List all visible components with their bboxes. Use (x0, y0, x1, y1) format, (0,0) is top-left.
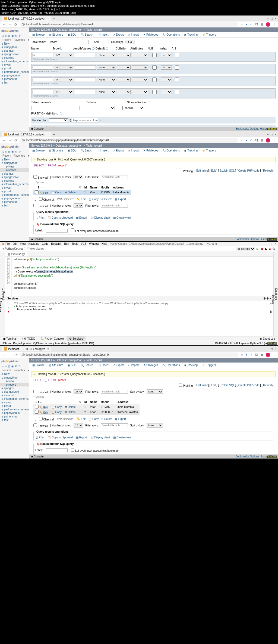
col-collation-select[interactable] (117, 65, 131, 70)
maximize-icon[interactable]: □ (271, 133, 273, 136)
bookmark-public-check[interactable]: Let every user access this bookmark (71, 228, 119, 233)
menu-refactor[interactable]: Refactor (51, 242, 61, 245)
pick-central-link[interactable]: Pick from Central Columns (33, 70, 274, 73)
tree-information-schema[interactable]: ⊕ information_schema (0, 60, 29, 63)
tree-pythoncrud[interactable]: ⊕ pythoncrud (0, 77, 29, 81)
minimize-icon[interactable]: − (267, 17, 269, 20)
tab-privileges[interactable]: ⚑ Privileges (141, 32, 160, 37)
show-all-check[interactable]: Show all (33, 175, 48, 179)
star-icon[interactable]: ☆ (241, 23, 243, 26)
view-link[interactable]: ▦ Create view (113, 216, 131, 219)
tree-phpmyadmin[interactable]: ⊕ phpmyadmin (0, 197, 29, 200)
menu-icon[interactable]: ⋮ (273, 23, 276, 26)
add-count-input[interactable] (101, 40, 109, 44)
tree-information-schema[interactable]: ⊕ information_schema (0, 182, 29, 186)
export-link[interactable]: ▦ Export (76, 216, 87, 219)
tree-djangos[interactable]: ⊕ djangos (0, 172, 29, 175)
ext2-icon[interactable]: ✓ (250, 23, 252, 26)
filter-input[interactable] (101, 175, 128, 179)
new-tab-icon[interactable]: + (53, 348, 55, 351)
maximize-icon[interactable]: □ (271, 348, 273, 351)
options-link[interactable]: + Options (31, 180, 276, 184)
table-comments-input[interactable] (31, 106, 72, 110)
tab-tracking[interactable]: ◉ Tracking (182, 148, 200, 153)
bulk-delete[interactable]: ⊖ Delete (101, 198, 112, 201)
explain-link[interactable]: Explain SQL (220, 169, 235, 172)
database-tab[interactable]: Database (275, 253, 278, 335)
col-name-input[interactable] (33, 65, 53, 70)
forward-icon[interactable]: → (8, 22, 12, 27)
sql-icon[interactable]: ▤ (8, 150, 10, 153)
partition-by-select[interactable] (49, 118, 68, 122)
back-icon[interactable]: ← (2, 353, 6, 357)
run-config-select[interactable]: ▤ exercise (236, 247, 255, 251)
row-check[interactable] (35, 190, 39, 194)
docs-icon[interactable]: ◉ (11, 34, 14, 37)
profile-avatar[interactable]: P (266, 138, 270, 143)
col-name-input[interactable] (33, 53, 53, 57)
stop-icon[interactable]: ■ (8, 310, 9, 313)
structure-tab[interactable]: 7: Structure (0, 275, 2, 335)
pick-central-link[interactable]: Pick from Central Columns (33, 95, 274, 97)
col-index-select[interactable]: --- (161, 53, 172, 57)
tab-structure[interactable]: ▤ Structure (47, 32, 65, 37)
help-icon[interactable]: ⓘ (60, 112, 62, 115)
services-tab[interactable]: ⚙ Services (67, 336, 86, 341)
tree-new-nested[interactable]: ⊕ New (0, 165, 29, 168)
tree-crudpython[interactable]: ⊕ crudpython (0, 45, 29, 49)
tree-performance-schema[interactable]: ⊕ performance_schema (0, 193, 29, 197)
tree-crudpython[interactable]: ⊖ crudpython (0, 161, 29, 165)
reload-icon[interactable]: ↻ (18, 150, 21, 153)
tab-sql[interactable]: ▣ SQL (65, 32, 78, 37)
go-button[interactable]: Go (125, 40, 135, 44)
reload-icon[interactable]: ⟳ (14, 22, 18, 27)
close-icon[interactable]: × (274, 242, 276, 245)
tab-export[interactable]: ↗ Export (111, 32, 126, 37)
col-collation-select[interactable] (117, 78, 131, 82)
profiling-check[interactable]: Profiling (179, 169, 193, 173)
ext1-icon[interactable]: ● (246, 139, 247, 142)
tab-insert[interactable]: 📄 Insert (96, 32, 111, 37)
menu-view[interactable]: View (20, 242, 26, 245)
tree-phpmyadmin[interactable]: ⊕ phpmyadmin (0, 74, 29, 77)
col-collation-select[interactable] (117, 53, 131, 57)
close-tab-icon[interactable]: × (47, 17, 49, 20)
check-all[interactable]: Check all (39, 197, 55, 201)
help-icon[interactable]: ⓘ (149, 101, 151, 104)
table-row[interactable]: ✏️ Edit 📋 Copy ⊖ Delete 1Virat912345Indi… (33, 190, 131, 195)
profile-avatar[interactable]: P (266, 353, 270, 357)
tab-browse[interactable]: ▦ Browse (30, 148, 47, 153)
url-bar[interactable]: ⓘlocalhost/phpmyadmin/sql.php?db=crudpyt… (20, 352, 238, 357)
edit-link[interactable]: Edit (211, 169, 216, 172)
col-type-select[interactable]: INT (54, 65, 73, 70)
down-icon[interactable]: ↓ (8, 306, 9, 309)
pick-central-link[interactable]: Pick from Central Columns (33, 82, 274, 85)
close-icon[interactable]: × (275, 133, 276, 136)
tree-pcrud[interactable]: ⊕ pcrud (0, 190, 29, 193)
tab-sql[interactable]: ▣ SQL (65, 148, 78, 153)
clipboard-link[interactable]: 📋 Copy to clipboard (48, 216, 73, 219)
chart-link[interactable]: 📊 Display chart (90, 216, 110, 219)
create-php-link[interactable]: Create PHP code (238, 169, 260, 172)
col-default-select[interactable]: None (97, 65, 116, 70)
edit-inline-link[interactable]: Edit inline (196, 169, 208, 172)
tab-import[interactable]: ↙ Import (126, 32, 141, 37)
tree-exercise[interactable]: ⊕ exercise (0, 56, 29, 60)
recent-tab[interactable]: Recent (2, 38, 11, 41)
col-null-check[interactable] (149, 65, 160, 70)
tree-test[interactable]: ⊕ test (0, 81, 29, 84)
col-collation-select[interactable] (117, 90, 131, 94)
menu-window[interactable]: Window (89, 242, 99, 245)
minimize-icon[interactable]: − (267, 242, 268, 245)
iq-icon[interactable]: IQ (255, 139, 258, 142)
screenshot-icon[interactable]: ▦ (261, 23, 263, 26)
tree-performance-schema[interactable]: ⊕ performance_schema (0, 70, 29, 74)
tab-insert[interactable]: 📄 Insert (96, 148, 111, 153)
debug-icon[interactable]: 🐞 (260, 247, 264, 250)
col-default-select[interactable]: None (97, 78, 116, 82)
col-length-input[interactable] (74, 78, 96, 82)
settings-icon[interactable]: ⚙ (15, 34, 17, 37)
table-row[interactable]: ✏️ Edit 📋 Copy ⊖ Delete 2Khan923008976Ka… (33, 410, 140, 415)
tab-operations[interactable]: 🔧 Operations (160, 32, 182, 37)
docs-icon[interactable]: ◉ (11, 150, 14, 153)
